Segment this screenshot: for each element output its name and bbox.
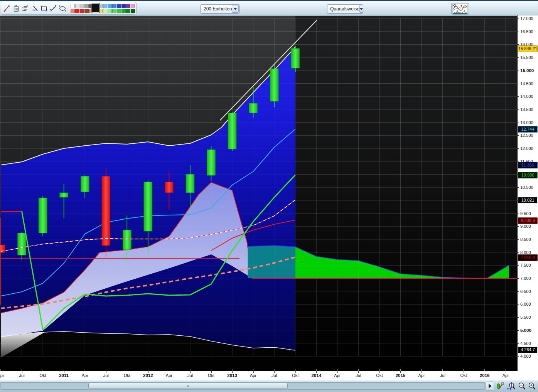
color-swatch[interactable] — [80, 4, 84, 8]
color-swatch[interactable] — [126, 4, 130, 8]
x-axis-label: Okt — [287, 373, 304, 378]
x-axis-tick — [127, 371, 127, 373]
y-axis-tick: 9.000 — [518, 223, 538, 229]
color-swatch[interactable] — [117, 4, 121, 8]
scrollbar-track[interactable]: ≡ — [0, 382, 485, 390]
x-axis-label: Apr — [76, 373, 93, 378]
y-axis-tick: 12.500 — [518, 132, 538, 138]
color-swatch[interactable] — [75, 4, 79, 8]
candle-body — [165, 182, 173, 193]
x-axis-label: 2013 — [224, 373, 241, 378]
x-axis-label: Apr — [497, 373, 514, 378]
color-swatch[interactable] — [103, 9, 107, 13]
color-swatch[interactable] — [117, 9, 121, 13]
x-axis-label: Jul — [434, 373, 451, 378]
units-dropdown-value: 200 Einheiten — [201, 6, 232, 12]
delete-tool[interactable] — [12, 3, 20, 13]
zoom-range-icon — [506, 382, 516, 390]
y-axis-tick: 4.000 — [518, 353, 538, 359]
color-swatch[interactable] — [75, 9, 79, 13]
drawing-tool-panel: α — [1, 2, 137, 15]
color-swatch[interactable] — [84, 4, 89, 8]
x-axis-tick — [232, 371, 233, 373]
x-axis-label: Jul — [350, 373, 367, 378]
y-axis-tick: 14.500 — [518, 81, 538, 87]
y-axis-tick: 13.000 — [518, 119, 538, 126]
x-axis-label: Apr — [0, 373, 9, 378]
x-axis-tick — [274, 371, 275, 373]
candle-body — [102, 176, 110, 246]
axis-corner — [517, 371, 538, 380]
color-swatch[interactable] — [108, 9, 112, 13]
candle-body — [60, 193, 68, 197]
x-axis-tick — [43, 371, 43, 373]
color-swatch[interactable] — [103, 4, 107, 8]
color-swatch[interactable] — [71, 9, 75, 13]
x-axis-tick — [85, 371, 85, 373]
x-axis-label: Okt — [203, 373, 220, 378]
price-axis: 4.0004.5005.0005.5006.0006.5007.0007.500… — [517, 15, 538, 371]
x-axis-label: 2015 — [392, 373, 409, 378]
color-swatch[interactable] — [108, 4, 112, 8]
x-axis-label: Jul — [182, 373, 199, 378]
x-axis-label: Okt — [371, 373, 388, 378]
y-axis-tick: 8.500 — [518, 236, 538, 242]
y-axis-tick: 14.000 — [518, 93, 538, 99]
price-marker: 10.021 — [518, 197, 538, 204]
rectangle-tool[interactable] — [40, 3, 48, 13]
chevron-down-icon[interactable] — [232, 5, 239, 13]
color-swatch[interactable] — [121, 4, 126, 8]
x-axis-tick — [169, 371, 169, 373]
y-axis-tick: 7.500 — [518, 262, 538, 268]
color-swatch[interactable] — [112, 9, 116, 13]
price-marker: 7.815,0 — [518, 254, 538, 261]
scrollbar-thumb[interactable]: ≡ — [88, 383, 288, 389]
zoom-out-button[interactable] — [517, 382, 526, 390]
interval-dropdown[interactable]: Quartalsweise — [327, 4, 363, 13]
chevron-down-icon[interactable] — [359, 5, 363, 13]
quote-list-tool[interactable] — [22, 3, 29, 13]
x-axis-label: Apr — [245, 373, 262, 378]
color-swatch[interactable] — [80, 9, 84, 13]
y-axis-tick: 7.000 — [518, 275, 538, 281]
y-axis-tick: 15.000 — [518, 67, 538, 74]
ray-tool[interactable] — [49, 3, 57, 13]
x-axis-tick — [379, 371, 380, 373]
x-axis-tick — [400, 371, 401, 373]
x-axis-label: Jul — [98, 373, 115, 378]
units-dropdown[interactable]: 200 Einheiten — [201, 4, 239, 13]
color-swatch[interactable] — [121, 9, 126, 13]
x-axis-tick — [211, 371, 212, 373]
selected-color-swatch[interactable] — [92, 3, 100, 13]
y-axis-tick: 15.500 — [518, 54, 538, 61]
color-swatch[interactable] — [84, 9, 89, 13]
price-marker: 10.980 — [518, 172, 538, 178]
scroll-right-button[interactable] — [486, 382, 494, 390]
y-axis-tick: 13.500 — [518, 106, 538, 113]
zoom-range-button[interactable] — [506, 382, 516, 390]
chart-style-button[interactable] — [451, 3, 469, 15]
angle-tool[interactable]: α — [31, 3, 39, 13]
color-swatch[interactable] — [131, 9, 135, 13]
color-swatch[interactable] — [112, 4, 116, 8]
color-swatch[interactable] — [71, 4, 75, 8]
x-axis-tick — [22, 371, 22, 373]
y-axis-tick: 17.000 — [518, 15, 538, 22]
x-axis-tick — [190, 371, 191, 373]
overlap-area — [248, 246, 295, 278]
color-swatch[interactable] — [131, 4, 135, 8]
chart-settings-button[interactable] — [496, 382, 505, 390]
candle-body — [123, 230, 131, 250]
y-axis-tick: 6.000 — [518, 301, 538, 307]
x-axis-tick — [148, 371, 148, 373]
toolbar: α 200 Einheiten Quartalsweise — [0, 0, 538, 15]
trendline-tool[interactable] — [3, 3, 11, 13]
x-axis-tick — [295, 371, 296, 373]
zoom-in-button[interactable] — [527, 382, 536, 390]
plot-top-separator — [0, 15, 517, 16]
x-axis-label: Okt — [118, 373, 135, 378]
plot-area[interactable] — [0, 15, 517, 371]
color-swatch[interactable] — [126, 9, 130, 13]
candle-body — [270, 69, 278, 101]
ellipse-tool[interactable] — [59, 3, 66, 13]
